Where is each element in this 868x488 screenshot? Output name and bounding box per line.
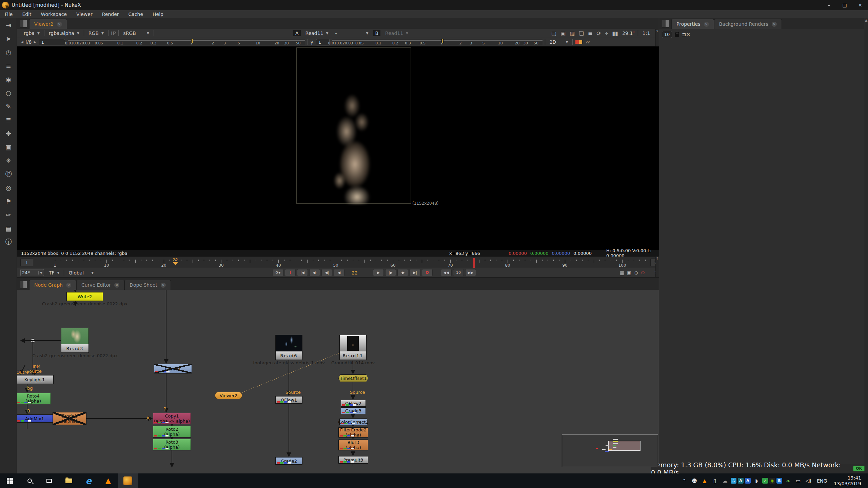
node-roto4[interactable]: Roto4(alpha) (17, 393, 51, 404)
a-input-dropdown[interactable]: Read11▼ (303, 30, 331, 37)
menu-file[interactable]: File (0, 11, 17, 18)
draw-roto-icon[interactable]: ✎ (0, 100, 17, 113)
node-erode1[interactable]: Erode1(alpha) (53, 412, 86, 425)
pane-menu-icon[interactable] (20, 281, 27, 288)
clock[interactable]: 19:41 13/03/2019 (834, 475, 861, 487)
fps-display[interactable]: 29.1 (622, 30, 633, 36)
bluetooth-icon[interactable]: B (776, 478, 782, 484)
pane-arrow-icon[interactable]: ⇥ (0, 18, 17, 32)
task-view-button[interactable] (39, 473, 59, 488)
threed-cube-icon[interactable]: ▣ (0, 140, 17, 154)
range-start-box[interactable]: 1 (20, 259, 33, 266)
menu-workspace[interactable]: Workspace (36, 11, 72, 18)
hidden-icons-chevron[interactable]: ^ (680, 476, 689, 485)
minimize-button[interactable]: – (821, 0, 837, 10)
language-indicator[interactable]: ENG (817, 478, 827, 484)
render-flag-icon[interactable]: ▦ (620, 270, 624, 276)
file-explorer-button[interactable] (59, 473, 79, 488)
onedrive-icon[interactable]: ☁ (721, 476, 729, 485)
collapse-chevrons2-icon[interactable]: ∨∨ (585, 40, 589, 44)
menu-edit[interactable]: Edit (17, 11, 36, 18)
tab-curve-editor[interactable]: Curve Editor✕ (76, 280, 124, 290)
menu-render[interactable]: Render (97, 11, 124, 18)
next-frame-button[interactable]: |▶ (385, 269, 396, 276)
node-graph-minimap[interactable] (562, 434, 658, 467)
help-info-icon[interactable]: ⓘ (0, 235, 17, 249)
node-keylight1[interactable]: Keylight1 (17, 375, 54, 384)
start-button[interactable] (0, 473, 20, 488)
transform-move-icon[interactable]: ✥ (0, 127, 17, 140)
viewer-canvas[interactable]: (1152x2048) (17, 46, 659, 250)
node-read3[interactable]: Read3 (61, 328, 89, 353)
edge-button[interactable]: e (79, 473, 98, 488)
node-grade1[interactable]: Grade1 (154, 364, 192, 373)
node-write2[interactable]: Write2 (66, 292, 103, 301)
tab-node-graph[interactable]: Node Graph✕ (29, 280, 76, 290)
gain-input[interactable]: 1 (39, 39, 65, 45)
menu-cache[interactable]: Cache (124, 11, 148, 18)
paint-icon[interactable]: ✑ (0, 208, 17, 222)
layer-dropdown[interactable]: rgba.alpha▼ (47, 30, 81, 37)
node-premult3[interactable]: Premult3 (338, 456, 368, 464)
node-roto3[interactable]: Roto3(alpha) (153, 439, 191, 450)
vlc-tray-icon[interactable]: ▲ (700, 476, 709, 485)
tf-dropdown[interactable]: TF▼ (47, 269, 62, 276)
slider-handle[interactable] (441, 39, 443, 43)
select-cursor-icon[interactable]: ➤ (0, 32, 17, 45)
tab-dope-sheet[interactable]: Dope Sheet✕ (124, 280, 171, 290)
gain-region-icon[interactable]: ▢ (551, 30, 556, 37)
record-icon[interactable]: ⏱ (641, 270, 645, 276)
set-out-button[interactable]: O (422, 269, 433, 276)
playback-mode-button[interactable]: ⟳▾ (273, 269, 283, 276)
node-viewer2[interactable]: Viewer2 (215, 392, 242, 399)
plant-icon[interactable]: ❧ (784, 476, 792, 485)
gain-prev-icon[interactable]: ◀ (21, 40, 23, 44)
node-colorcorrect2[interactable]: ColorCorrect2 (339, 419, 367, 425)
network-icon[interactable]: ▭ (794, 476, 803, 485)
overlay-icon[interactable]: ❏ (579, 30, 584, 37)
tab-background-renders[interactable]: Background Renders✕ (714, 19, 782, 29)
pane-menu-icon[interactable] (20, 20, 27, 27)
tab-viewer2[interactable]: Viewer2 ✕ (29, 19, 67, 29)
close-button[interactable]: ✕ (852, 0, 868, 10)
deep-p-icon[interactable]: Ⓟ (0, 167, 17, 181)
archive-drive-icon[interactable]: ▤ (0, 222, 17, 235)
search-button[interactable] (20, 473, 39, 488)
vlc-button[interactable]: ▲ (98, 473, 118, 488)
share-icon[interactable]: ∴ (731, 478, 736, 484)
view-mode-dropdown[interactable]: 2D▼ (548, 39, 570, 45)
autohotkey-icon[interactable]: A (745, 478, 751, 484)
frame-inc-back-button[interactable]: ◀◀ (441, 269, 452, 276)
gamma-slider[interactable]: 0.010.020.030.050.10.20.30.5123510203050 (332, 39, 542, 45)
pane-menu-icon[interactable] (662, 20, 669, 27)
nuke-taskbar-button[interactable] (118, 473, 138, 488)
close-icon[interactable]: ✕ (57, 22, 62, 27)
show-desktop-button[interactable] (866, 473, 868, 488)
panel-scrollbar[interactable]: ▲ (864, 18, 868, 473)
node-copy1[interactable]: Copy1(alpha -> alpha) (153, 413, 191, 424)
current-frame-display[interactable]: 22 (340, 270, 370, 276)
input-process-toggle[interactable]: IP (111, 30, 116, 36)
proxy-toggle-icon[interactable]: ▣ (627, 270, 631, 276)
refresh-icon[interactable]: ⟳ (596, 30, 601, 37)
lock-range-icon[interactable]: ⊙ (634, 270, 638, 276)
frame-inc-fwd-button[interactable]: ▶▶ (465, 269, 476, 276)
gamma-input[interactable]: 1 (316, 39, 330, 45)
layer-list-icon[interactable]: ≡ (588, 30, 592, 37)
node-graph-canvas[interactable]: Write2Crash2-greenscreen-denoise.0022.dp… (17, 290, 659, 473)
maximize-button[interactable]: □ (837, 0, 852, 10)
play-forward-button[interactable]: ▶ (373, 269, 384, 276)
node-read6[interactable]: Read6 (275, 335, 302, 360)
frame-inc-value[interactable]: 10 (453, 269, 464, 276)
max-panels-input[interactable]: 10 (662, 31, 672, 38)
color-sphere-icon[interactable]: ◉ (0, 73, 17, 86)
node-timeoffset1[interactable]: TimeOffset1 (338, 374, 368, 382)
format-box-icon[interactable]: ▣ (560, 30, 566, 37)
frame-ruler[interactable]: 110203040506070809010022 (51, 257, 648, 268)
range-mode-dropdown[interactable]: Global▼ (66, 269, 96, 276)
prev-frame-button[interactable]: ◀| (321, 269, 332, 276)
clear-panels-icon[interactable]: ⊐✕ (682, 32, 690, 38)
people-icon[interactable]: ☻ (690, 476, 699, 485)
set-in-button[interactable]: I (285, 269, 296, 276)
node-roto2[interactable]: Roto2(alpha) (153, 426, 191, 438)
